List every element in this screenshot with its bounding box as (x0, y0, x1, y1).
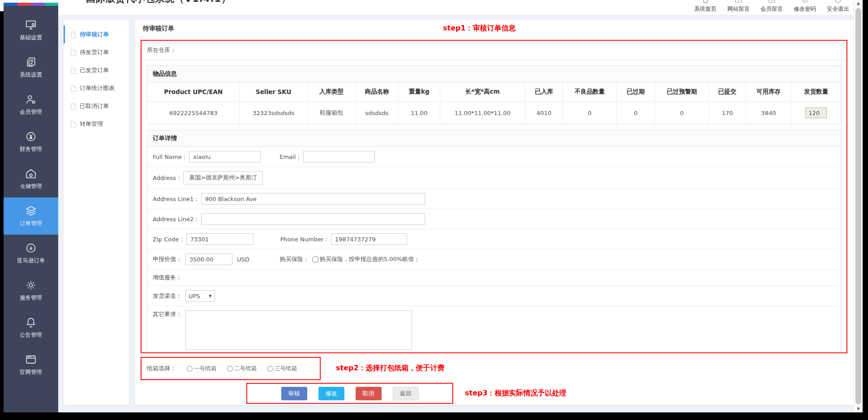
cell-inbound-qty: 4010 (525, 102, 563, 124)
full-name-label: Full Name : (153, 154, 185, 160)
file-icon (70, 67, 76, 74)
sidebar-item-announcement-management[interactable]: 公告管理 (4, 309, 58, 346)
col-header: Seller SKU (240, 82, 308, 102)
ship-qty-input[interactable] (805, 107, 827, 118)
col-header: 发货数量 (791, 82, 841, 102)
main-sidebar: 基础设置 系统设置 会员管理 财务管理 仓储管理 订单管理 a 亚马逊订单 服务… (4, 6, 58, 412)
submenu-item-transfer-management[interactable]: 转单管理 (64, 115, 129, 133)
nav-home[interactable]: 系统首页 (694, 0, 717, 13)
items-table-row: 6922225544783 32323sdsdsds 鞋服箱包 sdsdsds … (147, 102, 841, 124)
nav-logout[interactable]: 安全退出 (827, 0, 849, 13)
submenu-item-cancelled-orders[interactable]: 已取消订单 (64, 97, 129, 115)
submenu-item-order-statistics[interactable]: 订单统计图表 (64, 79, 129, 97)
col-header: 入库类型 (308, 82, 356, 102)
screen-edge-left (0, 11, 4, 420)
address-line2-input[interactable] (201, 213, 425, 225)
address-row: Address : 美国>德克萨斯州>奥斯汀 (147, 167, 841, 189)
step3-annotation: step3：根据实际情况予以处理 (465, 389, 567, 398)
carton-option-1[interactable]: 一号纸箱 (187, 365, 216, 373)
shipping-channel-row: 发货渠道： UPS ▼ (147, 286, 841, 306)
carton-radio-3[interactable] (267, 366, 273, 372)
cell-prewarning-qty: 0 (655, 102, 709, 124)
address-line1-input[interactable] (201, 193, 425, 205)
nav-member-messages[interactable]: 会员留言 (761, 0, 783, 13)
modify-button[interactable]: 修改 (318, 387, 344, 400)
carton-option-2[interactable]: 二号纸箱 (227, 365, 257, 373)
full-name-input[interactable] (189, 151, 261, 163)
cell-weight: 11.00 (398, 102, 440, 124)
carton-option-3[interactable]: 三号纸箱 (267, 365, 297, 373)
declared-value-input[interactable] (185, 253, 232, 265)
items-table-header-row: Product UPC/EAN Seller SKU 入库类型 商品名称 重量k… (147, 82, 841, 102)
other-requirements-label: 其它要求： (153, 310, 182, 318)
file-icon (70, 85, 76, 92)
step1-highlight-box: 所在仓库： 物品信息 Product UPC/EAN Seller SKU 入库… (141, 40, 847, 353)
scroll-up-button[interactable]: ▲ (854, 0, 863, 7)
bell-icon (25, 317, 37, 328)
phone-number-label: Phone Number : (280, 236, 327, 243)
cell-expired-qty: 0 (617, 102, 655, 124)
sidebar-item-amazon-orders[interactable]: a 亚马逊订单 (4, 235, 58, 272)
svg-text:a: a (29, 245, 32, 251)
submenu-item-pending-review-orders[interactable]: 待审核订单 (64, 26, 129, 43)
items-table: Product UPC/EAN Seller SKU 入库类型 商品名称 重量k… (147, 82, 841, 124)
carton-radio-2[interactable] (227, 366, 233, 372)
value-added-row: 增值服务： (147, 270, 841, 286)
audit-button[interactable]: 审核 (281, 387, 307, 400)
email-input[interactable] (303, 151, 375, 163)
sidebar-item-order-management[interactable]: 订单管理 (4, 197, 58, 235)
sidebar-item-basic-settings[interactable]: 基础设置 (4, 12, 58, 49)
submenu-item-pending-ship-orders[interactable]: 待发货订单 (64, 43, 129, 61)
items-section-title: 物品信息 (147, 66, 841, 82)
order-detail-section: 订单详情 Full Name : Email : Address : 美国>德克… (147, 130, 841, 353)
step2-highlight-box: 纸箱选择： 一号纸箱 二号纸箱 三号纸箱 (141, 357, 321, 380)
carton-label: 纸箱选择： (147, 364, 176, 373)
nav-change-password[interactable]: 修改密码 (794, 0, 816, 13)
address-line2-row: Address Line2 : (147, 209, 841, 229)
col-header: 已过预警期 (655, 82, 709, 102)
sidebar-item-member-management[interactable]: 会员管理 (4, 86, 58, 123)
nav-site-messages[interactable]: 网站留言 (727, 0, 750, 13)
scrollbar-track[interactable]: ▲ ▼ (853, 0, 863, 412)
order-detail-title: 订单详情 (147, 130, 841, 147)
sidebar-item-warehouse-management[interactable]: 仓储管理 (4, 160, 58, 197)
cancel-button[interactable]: 取消 (356, 387, 382, 400)
col-header: 已过期 (617, 82, 655, 102)
layers-icon (25, 205, 37, 217)
other-requirements-row: 其它要求： (147, 306, 841, 353)
sidebar-item-finance-management[interactable]: 财务管理 (4, 123, 58, 160)
address-line2-label: Address Line2 : (153, 216, 198, 223)
monitor-gear-icon (25, 19, 37, 31)
submenu-item-shipped-orders[interactable]: 已发货订单 (64, 61, 129, 79)
other-requirements-textarea[interactable] (185, 310, 412, 350)
carton-selection-row: 纸箱选择： 一号纸箱 二号纸箱 三号纸箱 step2：选择打包纸箱，便于计费 (141, 357, 855, 380)
cell-available-stock: 3840 (746, 102, 791, 124)
carton-radio-1[interactable] (187, 366, 193, 372)
address-line1-label: Address Line1 : (153, 196, 198, 202)
scroll-down-button[interactable]: ▼ (854, 406, 863, 412)
cell-dimensions: 11.00*11.00*11.00 (440, 102, 525, 124)
phone-number-input[interactable] (331, 233, 407, 245)
scrollbar-thumb[interactable] (855, 8, 861, 404)
zip-code-label: Zip Code : (153, 236, 183, 243)
insurance-checkbox[interactable] (313, 257, 318, 262)
col-header: 长*宽*高cm (440, 82, 525, 102)
sidebar-item-website-management[interactable]: 官网管理 (4, 346, 58, 383)
declared-value-row: 申报价值： USD 购买保险： 购买保险，按申报总值的5.00%赔偿； (147, 249, 841, 270)
chevron-down-icon: ▼ (209, 294, 212, 298)
money-icon (25, 131, 37, 142)
name-email-row: Full Name : Email : (147, 147, 841, 167)
cell-inbound-type: 鞋服箱包 (308, 102, 356, 124)
sidebar-item-system-settings[interactable]: 系统设置 (4, 49, 58, 86)
cell-seller-sku: 32323sdsdsds (240, 102, 308, 124)
address-region-box[interactable]: 美国>德克萨斯州>奥斯汀 (183, 171, 263, 184)
col-header: 已入库 (525, 82, 563, 102)
zip-phone-row: Zip Code : Phone Number : (147, 229, 841, 249)
warehouse-gear-icon (25, 168, 37, 180)
user-gear-icon (25, 94, 37, 105)
shipping-channel-select[interactable]: UPS ▼ (185, 290, 215, 302)
gear-icon (25, 279, 37, 291)
back-button[interactable]: 返回 (393, 387, 419, 400)
sidebar-item-service-management[interactable]: 服务管理 (4, 272, 58, 309)
zip-code-input[interactable] (186, 233, 254, 245)
